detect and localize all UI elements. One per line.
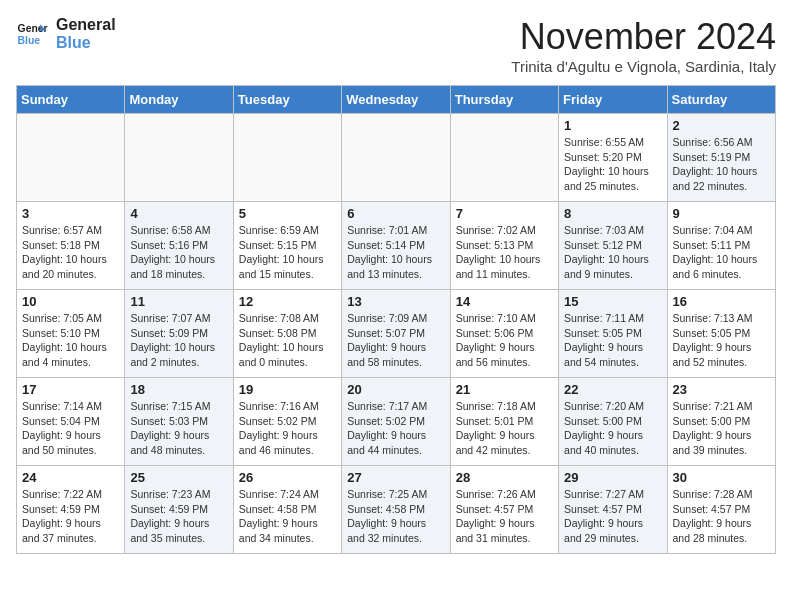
day-number: 22	[564, 382, 661, 397]
cal-cell-6: 6Sunrise: 7:01 AM Sunset: 5:14 PM Daylig…	[342, 202, 450, 290]
day-number: 6	[347, 206, 444, 221]
svg-text:Blue: Blue	[18, 34, 41, 45]
cal-cell-30: 30Sunrise: 7:28 AM Sunset: 4:57 PM Dayli…	[667, 466, 775, 554]
cal-cell-empty-0-3	[342, 114, 450, 202]
logo-icon: General Blue	[16, 18, 48, 50]
day-number: 24	[22, 470, 119, 485]
cal-cell-16: 16Sunrise: 7:13 AM Sunset: 5:05 PM Dayli…	[667, 290, 775, 378]
title-block: November 2024 Trinita d'Agultu e Vignola…	[511, 16, 776, 75]
cal-cell-empty-0-0	[17, 114, 125, 202]
day-number: 4	[130, 206, 227, 221]
day-info: Sunrise: 7:26 AM Sunset: 4:57 PM Dayligh…	[456, 487, 553, 546]
day-info: Sunrise: 7:10 AM Sunset: 5:06 PM Dayligh…	[456, 311, 553, 370]
day-number: 2	[673, 118, 770, 133]
day-info: Sunrise: 7:22 AM Sunset: 4:59 PM Dayligh…	[22, 487, 119, 546]
day-number: 28	[456, 470, 553, 485]
day-number: 5	[239, 206, 336, 221]
cal-cell-14: 14Sunrise: 7:10 AM Sunset: 5:06 PM Dayli…	[450, 290, 558, 378]
cal-cell-2: 2Sunrise: 6:56 AM Sunset: 5:19 PM Daylig…	[667, 114, 775, 202]
day-number: 25	[130, 470, 227, 485]
day-info: Sunrise: 7:14 AM Sunset: 5:04 PM Dayligh…	[22, 399, 119, 458]
col-header-wednesday: Wednesday	[342, 86, 450, 114]
day-info: Sunrise: 6:59 AM Sunset: 5:15 PM Dayligh…	[239, 223, 336, 282]
day-info: Sunrise: 7:01 AM Sunset: 5:14 PM Dayligh…	[347, 223, 444, 282]
cal-cell-11: 11Sunrise: 7:07 AM Sunset: 5:09 PM Dayli…	[125, 290, 233, 378]
day-number: 16	[673, 294, 770, 309]
day-number: 13	[347, 294, 444, 309]
day-info: Sunrise: 6:55 AM Sunset: 5:20 PM Dayligh…	[564, 135, 661, 194]
day-info: Sunrise: 7:27 AM Sunset: 4:57 PM Dayligh…	[564, 487, 661, 546]
page-header: General Blue General Blue November 2024 …	[16, 16, 776, 75]
cal-cell-12: 12Sunrise: 7:08 AM Sunset: 5:08 PM Dayli…	[233, 290, 341, 378]
cal-cell-26: 26Sunrise: 7:24 AM Sunset: 4:58 PM Dayli…	[233, 466, 341, 554]
day-info: Sunrise: 7:02 AM Sunset: 5:13 PM Dayligh…	[456, 223, 553, 282]
day-info: Sunrise: 7:28 AM Sunset: 4:57 PM Dayligh…	[673, 487, 770, 546]
cal-cell-4: 4Sunrise: 6:58 AM Sunset: 5:16 PM Daylig…	[125, 202, 233, 290]
cal-cell-5: 5Sunrise: 6:59 AM Sunset: 5:15 PM Daylig…	[233, 202, 341, 290]
day-number: 14	[456, 294, 553, 309]
day-number: 18	[130, 382, 227, 397]
header-row: SundayMondayTuesdayWednesdayThursdayFrid…	[17, 86, 776, 114]
cal-cell-1: 1Sunrise: 6:55 AM Sunset: 5:20 PM Daylig…	[559, 114, 667, 202]
day-info: Sunrise: 6:57 AM Sunset: 5:18 PM Dayligh…	[22, 223, 119, 282]
col-header-tuesday: Tuesday	[233, 86, 341, 114]
day-number: 12	[239, 294, 336, 309]
logo-line2: Blue	[56, 34, 116, 52]
day-info: Sunrise: 7:24 AM Sunset: 4:58 PM Dayligh…	[239, 487, 336, 546]
cal-cell-23: 23Sunrise: 7:21 AM Sunset: 5:00 PM Dayli…	[667, 378, 775, 466]
cal-cell-empty-0-1	[125, 114, 233, 202]
day-number: 7	[456, 206, 553, 221]
day-number: 27	[347, 470, 444, 485]
day-info: Sunrise: 7:23 AM Sunset: 4:59 PM Dayligh…	[130, 487, 227, 546]
cal-cell-17: 17Sunrise: 7:14 AM Sunset: 5:04 PM Dayli…	[17, 378, 125, 466]
cal-cell-29: 29Sunrise: 7:27 AM Sunset: 4:57 PM Dayli…	[559, 466, 667, 554]
cal-cell-27: 27Sunrise: 7:25 AM Sunset: 4:58 PM Dayli…	[342, 466, 450, 554]
cal-cell-20: 20Sunrise: 7:17 AM Sunset: 5:02 PM Dayli…	[342, 378, 450, 466]
day-number: 15	[564, 294, 661, 309]
day-info: Sunrise: 7:03 AM Sunset: 5:12 PM Dayligh…	[564, 223, 661, 282]
cal-cell-19: 19Sunrise: 7:16 AM Sunset: 5:02 PM Dayli…	[233, 378, 341, 466]
col-header-sunday: Sunday	[17, 86, 125, 114]
cal-cell-28: 28Sunrise: 7:26 AM Sunset: 4:57 PM Dayli…	[450, 466, 558, 554]
cal-cell-9: 9Sunrise: 7:04 AM Sunset: 5:11 PM Daylig…	[667, 202, 775, 290]
day-info: Sunrise: 7:08 AM Sunset: 5:08 PM Dayligh…	[239, 311, 336, 370]
cal-cell-21: 21Sunrise: 7:18 AM Sunset: 5:01 PM Dayli…	[450, 378, 558, 466]
cal-cell-15: 15Sunrise: 7:11 AM Sunset: 5:05 PM Dayli…	[559, 290, 667, 378]
day-number: 1	[564, 118, 661, 133]
col-header-saturday: Saturday	[667, 86, 775, 114]
day-number: 29	[564, 470, 661, 485]
day-info: Sunrise: 6:58 AM Sunset: 5:16 PM Dayligh…	[130, 223, 227, 282]
month-title: November 2024	[511, 16, 776, 58]
week-row-5: 24Sunrise: 7:22 AM Sunset: 4:59 PM Dayli…	[17, 466, 776, 554]
day-info: Sunrise: 7:07 AM Sunset: 5:09 PM Dayligh…	[130, 311, 227, 370]
day-info: Sunrise: 7:17 AM Sunset: 5:02 PM Dayligh…	[347, 399, 444, 458]
subtitle: Trinita d'Agultu e Vignola, Sardinia, It…	[511, 58, 776, 75]
cal-cell-22: 22Sunrise: 7:20 AM Sunset: 5:00 PM Dayli…	[559, 378, 667, 466]
day-info: Sunrise: 7:21 AM Sunset: 5:00 PM Dayligh…	[673, 399, 770, 458]
cal-cell-8: 8Sunrise: 7:03 AM Sunset: 5:12 PM Daylig…	[559, 202, 667, 290]
day-number: 21	[456, 382, 553, 397]
cal-cell-24: 24Sunrise: 7:22 AM Sunset: 4:59 PM Dayli…	[17, 466, 125, 554]
day-number: 8	[564, 206, 661, 221]
day-number: 9	[673, 206, 770, 221]
week-row-4: 17Sunrise: 7:14 AM Sunset: 5:04 PM Dayli…	[17, 378, 776, 466]
cal-cell-3: 3Sunrise: 6:57 AM Sunset: 5:18 PM Daylig…	[17, 202, 125, 290]
cal-cell-13: 13Sunrise: 7:09 AM Sunset: 5:07 PM Dayli…	[342, 290, 450, 378]
day-number: 3	[22, 206, 119, 221]
day-info: Sunrise: 7:18 AM Sunset: 5:01 PM Dayligh…	[456, 399, 553, 458]
cal-cell-25: 25Sunrise: 7:23 AM Sunset: 4:59 PM Dayli…	[125, 466, 233, 554]
day-number: 17	[22, 382, 119, 397]
day-info: Sunrise: 7:15 AM Sunset: 5:03 PM Dayligh…	[130, 399, 227, 458]
day-info: Sunrise: 7:04 AM Sunset: 5:11 PM Dayligh…	[673, 223, 770, 282]
logo-line1: General	[56, 16, 116, 34]
logo: General Blue General Blue	[16, 16, 116, 51]
day-info: Sunrise: 7:05 AM Sunset: 5:10 PM Dayligh…	[22, 311, 119, 370]
day-info: Sunrise: 7:20 AM Sunset: 5:00 PM Dayligh…	[564, 399, 661, 458]
day-number: 23	[673, 382, 770, 397]
day-number: 19	[239, 382, 336, 397]
col-header-monday: Monday	[125, 86, 233, 114]
cal-cell-empty-0-2	[233, 114, 341, 202]
day-info: Sunrise: 7:11 AM Sunset: 5:05 PM Dayligh…	[564, 311, 661, 370]
cal-cell-7: 7Sunrise: 7:02 AM Sunset: 5:13 PM Daylig…	[450, 202, 558, 290]
day-number: 11	[130, 294, 227, 309]
